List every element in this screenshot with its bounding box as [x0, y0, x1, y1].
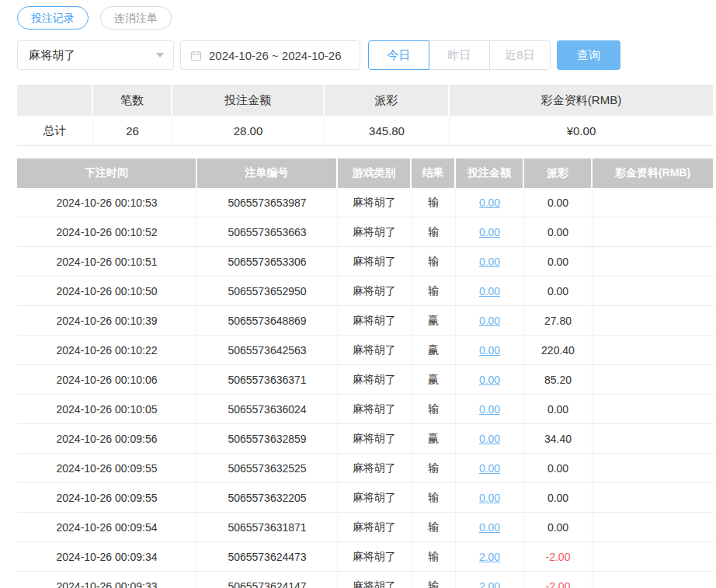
game-type-cell: 麻将胡了 [338, 483, 412, 512]
bet-amount-cell: 0.00 [456, 336, 524, 364]
result-cell: 输 [412, 513, 456, 541]
quick-range-yesterday-button[interactable]: 昨日 [429, 40, 490, 70]
game-type-cell: 麻将胡了 [338, 454, 412, 482]
bonus-cell [593, 247, 713, 276]
bonus-cell [593, 424, 713, 453]
payout-cell: -2.00 [524, 572, 593, 588]
table-row: 2024-10-26 00:10:065065573636371麻将胡了赢0.0… [17, 365, 713, 395]
bet-amount-link[interactable]: 2.00 [479, 580, 500, 588]
payout-cell: 220.40 [524, 336, 593, 364]
table-row: 2024-10-26 00:09:335065573624147麻将胡了输2.0… [17, 572, 713, 588]
payout-cell: 0.00 [524, 188, 593, 217]
bet-amount-cell: 0.00 [456, 483, 524, 512]
quick-range-today-button[interactable]: 今日 [368, 40, 429, 70]
bet-amount-cell: 0.00 [456, 277, 524, 305]
game-type-cell: 麻将胡了 [338, 188, 412, 217]
table-row: 2024-10-26 00:09:345065573624473麻将胡了输2.0… [17, 542, 713, 572]
summary-table: 笔数投注金额派彩彩金资料(RMB) 总计2628.00345.80¥0.00 [17, 85, 713, 146]
order-id-cell: 5065573636024 [197, 395, 338, 423]
bonus-cell [593, 306, 713, 335]
bet-amount-cell: 2.00 [456, 542, 524, 571]
game-type-cell: 麻将胡了 [338, 306, 412, 335]
summary-header-cell: 投注金额 [172, 85, 325, 116]
order-id-cell: 5065573652950 [197, 277, 338, 305]
game-select[interactable]: 麻将胡了 [17, 40, 174, 70]
bet-amount-link[interactable]: 0.00 [479, 256, 500, 268]
bonus-cell [593, 483, 713, 512]
bet-amount-link[interactable]: 0.00 [479, 226, 500, 238]
filter-bar: 麻将胡了 2024-10-26 ~ 2024-10-26 今日 昨日 近8日 查… [17, 40, 716, 70]
bet-amount-link[interactable]: 0.00 [479, 403, 500, 416]
bet-amount-cell: 0.00 [456, 513, 524, 541]
records-header-cell: 投注金额 [456, 158, 524, 188]
bet-amount-cell: 0.00 [456, 247, 524, 276]
payout-cell: 85.20 [524, 365, 593, 394]
payout-cell: 27.80 [524, 306, 593, 335]
order-id-cell: 5065573653663 [197, 217, 338, 246]
date-range-input[interactable]: 2024-10-26 ~ 2024-10-26 [180, 40, 360, 70]
bet-amount-link[interactable]: 0.00 [479, 197, 500, 209]
bonus-cell [593, 188, 713, 217]
payout-cell: 34.40 [524, 424, 593, 453]
order-id-cell: 5065573648869 [197, 306, 338, 335]
result-cell: 输 [412, 572, 456, 588]
result-cell: 赢 [412, 365, 456, 394]
payout-cell: 0.00 [524, 454, 593, 482]
bonus-cell [593, 454, 713, 482]
order-id-cell: 5065573631871 [197, 513, 338, 541]
order-id-cell: 5065573653306 [197, 247, 338, 276]
bonus-cell [593, 572, 713, 588]
result-cell: 输 [412, 542, 456, 571]
calendar-icon [190, 50, 202, 61]
result-cell: 输 [412, 247, 456, 276]
bet-amount-link[interactable]: 0.00 [479, 344, 500, 357]
payout-cell: 0.00 [524, 277, 593, 305]
table-row: 2024-10-26 00:09:565065573632859麻将胡了赢0.0… [17, 424, 713, 454]
result-cell: 输 [412, 277, 456, 305]
query-button[interactable]: 查询 [557, 40, 620, 70]
bet-amount-cell: 0.00 [456, 395, 524, 423]
bet-amount-cell: 2.00 [456, 572, 524, 588]
bet-time-cell: 2024-10-26 00:10:52 [17, 217, 197, 246]
summary-total-cell: 28.00 [172, 116, 325, 145]
tab-betting-records[interactable]: 投注记录 [17, 6, 89, 30]
records-header-cell: 派彩 [524, 158, 593, 188]
payout-cell: 0.00 [524, 217, 593, 246]
bet-time-cell: 2024-10-26 00:10:39 [17, 306, 197, 335]
tab-cancelled-orders[interactable]: 连消注单 [100, 6, 172, 30]
payout-cell: 0.00 [524, 513, 593, 541]
bet-amount-link[interactable]: 0.00 [479, 374, 500, 386]
records-header-cell: 彩金资料(RMB) [593, 158, 713, 188]
game-select-value: 麻将胡了 [29, 48, 75, 63]
summary-header-cell [17, 85, 93, 116]
bet-time-cell: 2024-10-26 00:09:54 [17, 513, 197, 541]
bet-amount-link[interactable]: 0.00 [479, 285, 500, 297]
bet-amount-link[interactable]: 0.00 [479, 315, 500, 327]
bet-time-cell: 2024-10-26 00:09:34 [17, 542, 197, 571]
order-id-cell: 5065573632859 [197, 424, 338, 453]
game-type-cell: 麻将胡了 [338, 513, 412, 541]
bet-time-cell: 2024-10-26 00:10:50 [17, 277, 197, 305]
result-cell: 输 [412, 395, 456, 423]
bet-amount-link[interactable]: 0.00 [479, 492, 500, 504]
bonus-cell [593, 217, 713, 246]
bet-amount-link[interactable]: 0.00 [479, 462, 500, 475]
summary-total-cell: 总计 [17, 116, 93, 145]
payout-cell: 0.00 [524, 247, 593, 276]
bet-amount-cell: 0.00 [456, 365, 524, 394]
summary-total-row: 总计2628.00345.80¥0.00 [17, 116, 713, 146]
bet-amount-link[interactable]: 2.00 [479, 551, 500, 563]
bet-amount-link[interactable]: 0.00 [479, 433, 500, 445]
result-cell: 输 [412, 483, 456, 512]
game-type-cell: 麻将胡了 [338, 277, 412, 305]
table-row: 2024-10-26 00:09:555065573632205麻将胡了输0.0… [17, 483, 713, 513]
table-row: 2024-10-26 00:10:515065573653306麻将胡了输0.0… [17, 247, 713, 277]
quick-range-8days-button[interactable]: 近8日 [489, 40, 551, 70]
records-header-cell: 结果 [412, 158, 456, 188]
order-id-cell: 5065573632205 [197, 483, 338, 512]
bet-amount-link[interactable]: 0.00 [479, 521, 500, 534]
table-row: 2024-10-26 00:10:395065573648869麻将胡了赢0.0… [17, 306, 713, 336]
betting-records-page: 投注记录 连消注单 麻将胡了 2024-10-26 ~ 2024-10-26 今… [0, 0, 716, 588]
table-row: 2024-10-26 00:09:545065573631871麻将胡了输0.0… [17, 513, 713, 542]
bet-amount-cell: 0.00 [456, 217, 524, 246]
